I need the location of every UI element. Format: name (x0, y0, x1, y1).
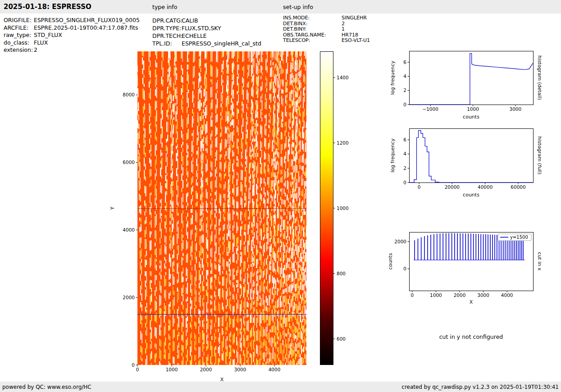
svg-text:6000: 6000 (123, 160, 135, 165)
svg-text:log frequency: log frequency (390, 138, 396, 173)
svg-text:8000: 8000 (123, 92, 135, 97)
meta-label: ORIGFILE: (4, 17, 34, 24)
meta-row: INS.MODE:SINGLEHR (283, 15, 370, 21)
svg-text:2000: 2000 (394, 239, 406, 244)
file-info-block: ORIGFILE:ESPRESSO_SINGLEHR_FLUX019_0005A… (4, 17, 140, 54)
meta-row: do_class:FLUX (4, 39, 140, 47)
svg-text:counts: counts (388, 253, 393, 269)
meta-value: ESPRE.2025-01-19T00:47:17.087.fits (34, 24, 138, 32)
meta-row: DPR.TYPE:FLUX,STD,SKY (152, 24, 261, 32)
svg-text:1000: 1000 (467, 106, 479, 112)
meta-row: ORIGFILE:ESPRESSO_SINGLEHR_FLUX019_0005 (4, 17, 140, 24)
meta-value: ESPRESSO_SINGLEHR_FLUX019_0005 (34, 17, 140, 24)
svg-text:0: 0 (418, 184, 421, 190)
svg-text:0: 0 (403, 266, 406, 271)
meta-value: CALIB (182, 17, 198, 24)
colorbar (320, 51, 333, 365)
hist-detail-axes: −1000100030000246countslog frequencyhist… (390, 51, 543, 120)
svg-text:800: 800 (337, 271, 346, 276)
cut-in-x-series (414, 233, 525, 260)
svg-text:3000: 3000 (477, 292, 489, 298)
meta-value: 2 (34, 46, 37, 54)
svg-text:−1000: −1000 (422, 106, 438, 112)
svg-text:2000: 2000 (200, 367, 212, 372)
svg-text:Y: Y (109, 206, 115, 210)
svg-text:4000: 4000 (501, 292, 513, 298)
svg-text:4000: 4000 (123, 227, 135, 232)
svg-text:60000: 60000 (511, 184, 525, 190)
svg-text:cut in x: cut in x (537, 252, 543, 271)
meta-label: DET.BINY: (283, 27, 342, 32)
meta-row: DPR.CATG:CALIB (152, 17, 261, 24)
meta-value: ECHELLE (182, 32, 207, 40)
meta-label: ARCFILE: (4, 24, 34, 32)
svg-text:y=1500: y=1500 (510, 235, 528, 240)
meta-row: DET.BINY:1 (283, 27, 370, 32)
meta-label: raw_type: (4, 32, 34, 39)
cut-legend: y=1500 (498, 234, 531, 241)
svg-text:1400: 1400 (337, 75, 349, 80)
svg-text:0: 0 (132, 362, 135, 368)
svg-text:2: 2 (403, 87, 406, 93)
svg-text:0: 0 (403, 180, 406, 185)
meta-label: do_class: (4, 39, 34, 47)
svg-text:1000: 1000 (430, 292, 442, 298)
hist-full-axes: 02000040000600000246countslog frequencyh… (390, 129, 543, 198)
svg-text:1000: 1000 (166, 367, 178, 372)
svg-text:4: 4 (403, 73, 406, 79)
meta-value: FLUX (34, 39, 48, 47)
cut-in-y-note: cut in y not configured (409, 333, 533, 340)
meta-value: FLUX,STD,SKY (182, 24, 221, 32)
svg-text:histogram (full): histogram (full) (537, 137, 543, 175)
svg-text:log frequency: log frequency (390, 60, 396, 95)
cut-in-x-axes: 0100020003000400002000Xcountscut in x (388, 232, 543, 305)
meta-row: extension:2 (4, 46, 140, 54)
meta-value: SINGLEHR (342, 15, 367, 21)
header-bar: 2025-01-18: ESPRESSO type info set-up in… (0, 0, 561, 14)
svg-text:1000: 1000 (337, 205, 349, 211)
meta-value: STD_FLUX (34, 32, 62, 39)
svg-text:2000: 2000 (454, 292, 466, 298)
footer-bar: powered by QC: www.eso.org/HC created by… (0, 382, 561, 392)
type-info-heading: type info (152, 4, 177, 10)
svg-text:3000: 3000 (509, 106, 521, 112)
setup-info-heading: set-up info (283, 4, 313, 10)
meta-value: ESO-VLT-U1 (342, 38, 370, 44)
svg-text:6: 6 (403, 59, 406, 65)
page-title: 2025-01-18: ESPRESSO (4, 3, 91, 11)
meta-label: TPL.ID: (152, 40, 182, 47)
svg-text:0: 0 (410, 292, 414, 298)
meta-row: TPL.ID:ESPRESSO_singleHR_cal_std (152, 40, 261, 47)
svg-text:2: 2 (403, 165, 406, 171)
meta-label: DPR.TECH: (152, 32, 182, 40)
footer-left: powered by QC: www.eso.org/HC (2, 384, 91, 390)
colorbar-ticks: 600800100012001400 (333, 75, 349, 342)
setup-info-block: INS.MODE:SINGLEHRDET.BINX:2DET.BINY:1OBS… (283, 15, 370, 44)
svg-text:0: 0 (403, 102, 406, 107)
svg-text:histogram (detail): histogram (detail) (537, 55, 543, 100)
meta-row: DPR.TECH:ECHELLE (152, 32, 261, 40)
meta-value: ESPRESSO_singleHR_cal_std (182, 40, 261, 47)
type-info-block: DPR.CATG:CALIBDPR.TYPE:FLUX,STD,SKYDPR.T… (152, 17, 261, 47)
svg-text:6: 6 (403, 137, 406, 142)
svg-text:counts: counts (463, 114, 479, 120)
svg-text:1200: 1200 (337, 140, 349, 146)
raw-frame-image (137, 51, 306, 365)
meta-row: raw_type:STD_FLUX (4, 32, 140, 39)
svg-text:2000: 2000 (123, 295, 135, 300)
hist-full-series (410, 131, 533, 182)
svg-text:40000: 40000 (478, 184, 493, 190)
svg-text:4: 4 (403, 151, 406, 156)
meta-row: TELESCOP:ESO-VLT-U1 (283, 38, 370, 44)
meta-value: 1 (342, 27, 345, 32)
svg-text:X: X (470, 299, 473, 305)
svg-text:counts: counts (463, 192, 479, 198)
svg-text:600: 600 (337, 336, 346, 342)
svg-text:4000: 4000 (269, 367, 281, 372)
svg-text:3000: 3000 (234, 367, 246, 372)
meta-label: DPR.TYPE: (152, 24, 182, 32)
meta-label: INS.MODE: (283, 15, 342, 21)
footer-right: created by qc_rawdisp.py v1.2.3 on 2025-… (401, 384, 559, 390)
meta-label: extension: (4, 46, 34, 54)
meta-row: ARCFILE:ESPRE.2025-01-19T00:47:17.087.fi… (4, 24, 140, 32)
